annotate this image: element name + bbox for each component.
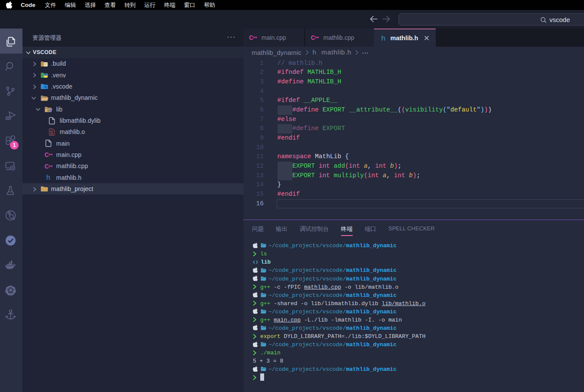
svg-text:C: C: [249, 34, 253, 41]
svg-text:C: C: [45, 151, 49, 158]
svg-text:C: C: [311, 34, 315, 41]
svg-text:10: 10: [50, 132, 53, 135]
svg-text:h: h: [46, 174, 50, 181]
svg-text:h: h: [313, 48, 316, 56]
svg-text:h: h: [381, 34, 385, 42]
svg-text:C: C: [45, 163, 49, 169]
